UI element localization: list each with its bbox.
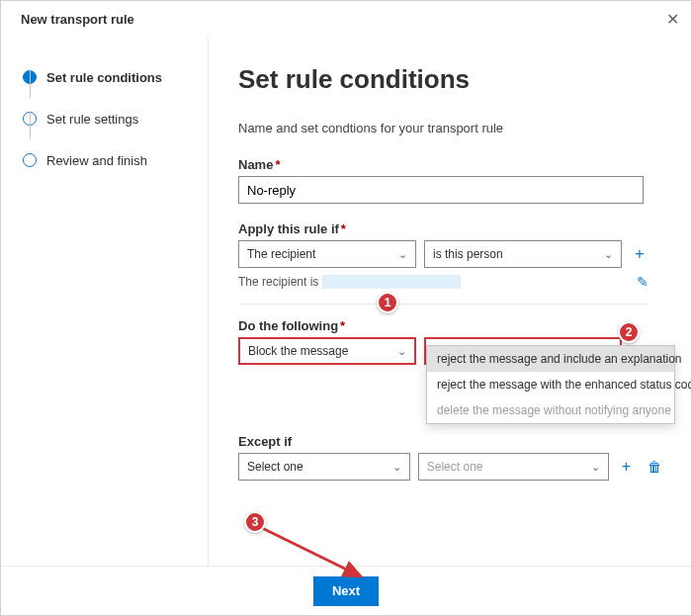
- add-condition-icon[interactable]: +: [630, 244, 649, 264]
- except-if-value-select[interactable]: Select one ⌄: [418, 453, 609, 481]
- condition-summary: The recipient is ✎: [238, 274, 649, 290]
- close-icon[interactable]: ✕: [666, 10, 679, 29]
- except-if-condition-select[interactable]: Select one ⌄: [238, 453, 410, 481]
- dropdown-option[interactable]: reject the message with the enhanced sta…: [427, 372, 674, 397]
- select-value: is this person: [433, 247, 503, 261]
- main-content: Set rule conditions Name and set condtio…: [209, 37, 691, 615]
- chevron-down-icon: ⌄: [392, 461, 401, 474]
- page-heading: Set rule conditions: [238, 64, 661, 95]
- select-value: Select one: [247, 460, 303, 474]
- select-value: Select one: [427, 460, 483, 474]
- name-label: Name*: [238, 157, 661, 172]
- edit-icon[interactable]: ✎: [637, 274, 649, 290]
- annotation-callout-1: 1: [377, 292, 398, 313]
- step-indicator-icon: [23, 153, 37, 167]
- apply-if-value-select[interactable]: is this person ⌄: [424, 240, 622, 268]
- dropdown-option[interactable]: delete the message without notifying any…: [427, 397, 674, 423]
- apply-rule-if-label: Apply this rule if*: [238, 221, 661, 236]
- add-exception-icon[interactable]: +: [617, 457, 636, 477]
- except-if-label: Except if: [238, 434, 661, 449]
- select-value: The recipient: [247, 247, 315, 261]
- step-label: Set rule settings: [46, 112, 138, 127]
- trash-icon[interactable]: 🗑: [648, 459, 661, 475]
- chevron-down-icon: ⌄: [398, 248, 407, 261]
- dialog-body: Set rule conditions Set rule settings Re…: [1, 37, 691, 615]
- select-value: Block the message: [248, 344, 348, 358]
- step-review-and-finish[interactable]: Review and finish: [23, 139, 198, 181]
- dropdown-option[interactable]: reject the message and include an explan…: [427, 346, 674, 372]
- name-input[interactable]: [238, 176, 644, 204]
- step-label: Review and finish: [46, 153, 147, 168]
- apply-if-condition-select[interactable]: The recipient ⌄: [238, 240, 416, 268]
- annotation-arrow: [252, 521, 381, 590]
- step-set-rule-conditions[interactable]: Set rule conditions: [23, 56, 198, 98]
- chevron-down-icon: ⌄: [397, 345, 406, 358]
- step-sidebar: Set rule conditions Set rule settings Re…: [1, 37, 209, 615]
- action-value-dropdown: reject the message and include an explan…: [426, 345, 675, 424]
- chevron-down-icon: ⌄: [604, 248, 613, 261]
- dialog-window: New transport rule ✕ Set rule conditions…: [0, 0, 692, 616]
- annotation-callout-2: 2: [618, 321, 640, 343]
- recipient-value-redacted: [322, 275, 461, 289]
- page-subheading: Name and set condtions for your transpor…: [238, 121, 661, 135]
- svg-line-0: [260, 527, 361, 576]
- window-title: New transport rule: [21, 12, 134, 27]
- step-label: Set rule conditions: [46, 70, 162, 85]
- action-select[interactable]: Block the message ⌄: [238, 337, 416, 365]
- annotation-callout-3: 3: [244, 511, 266, 533]
- chevron-down-icon: ⌄: [591, 461, 600, 474]
- step-set-rule-settings[interactable]: Set rule settings: [23, 98, 198, 139]
- do-following-label: Do the following*: [238, 318, 661, 333]
- titlebar: New transport rule ✕: [1, 1, 691, 37]
